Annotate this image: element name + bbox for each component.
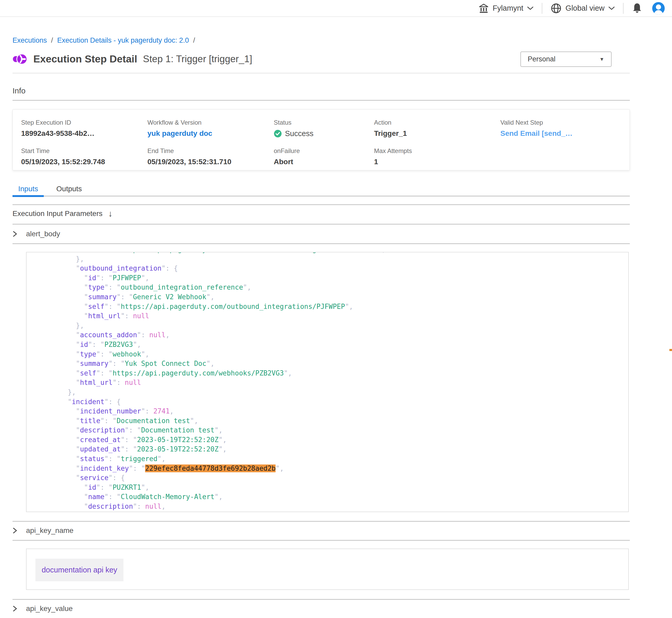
view-name: Global view xyxy=(566,4,604,12)
globe-icon xyxy=(551,3,562,14)
scope-select-value: Personal xyxy=(528,55,556,63)
section-rule xyxy=(12,224,630,225)
section-rule xyxy=(12,540,630,541)
page-subtitle: Step 1: Trigger [trigger_1] xyxy=(143,54,252,65)
breadcrumb-executions[interactable]: Executions xyxy=(12,36,47,44)
field-label: onFailure xyxy=(274,147,374,154)
success-check-icon xyxy=(274,129,282,138)
section-name: api_key_name xyxy=(26,526,73,535)
field-start-time: Start Time 05/19/2023, 15:52:29.748 xyxy=(21,147,148,166)
tab-outputs[interactable]: Outputs xyxy=(51,182,88,196)
view-selector[interactable]: Global view xyxy=(551,3,615,14)
field-end-time: End Time 05/19/2023, 15:52:31.710 xyxy=(148,147,274,166)
field-label: Action xyxy=(374,119,500,126)
status-text: Success xyxy=(285,129,314,138)
field-value: Trigger_1 xyxy=(374,129,500,138)
field-max-attempts: Max Attempts 1 xyxy=(374,147,500,166)
field-value: 05/19/2023, 15:52:29.748 xyxy=(21,158,148,166)
field-onfailure: onFailure Abort xyxy=(274,147,374,166)
chevron-down-icon xyxy=(527,6,533,10)
section-api-key-value[interactable]: api_key_value xyxy=(12,603,73,615)
field-value: 18992a43-9538-4b2… xyxy=(21,129,148,138)
tab-bar: Inputs Outputs xyxy=(12,182,630,196)
status-badge: Success xyxy=(274,129,374,138)
workflow-link[interactable]: yuk pagerduty doc xyxy=(148,129,274,138)
section-name: api_key_value xyxy=(26,605,73,613)
section-rule xyxy=(12,243,630,244)
field-label: Valid Next Step xyxy=(500,119,621,126)
section-rule xyxy=(12,599,630,600)
field-value: Abort xyxy=(274,158,374,166)
field-label: Step Execution ID xyxy=(21,119,148,126)
field-step-execution-id: Step Execution ID 18992a43-9538-4b2… xyxy=(21,119,148,138)
breadcrumb-separator: / xyxy=(193,36,195,44)
section-rule xyxy=(12,521,630,522)
field-status: Status Success xyxy=(274,119,374,138)
org-name: Fylamynt xyxy=(493,4,523,12)
params-heading: Execution Input Parameters xyxy=(12,209,103,218)
title-row: Execution Step Detail Step 1: Trigger [t… xyxy=(12,51,252,67)
page-title: Execution Step Detail xyxy=(33,54,137,65)
execution-step-detail-page: Fylamynt Global view xyxy=(0,0,672,618)
bank-icon xyxy=(479,4,489,13)
avatar-head xyxy=(656,4,661,10)
field-empty xyxy=(500,147,621,166)
api-key-name-value-box: documentation api key xyxy=(26,548,629,590)
topbar-divider xyxy=(542,3,542,14)
field-label: Status xyxy=(274,119,374,126)
scroll-highlight-marker xyxy=(669,349,672,351)
alert-body-code-viewer[interactable]: "self": "https://api.pagerduty.com/servi… xyxy=(26,252,629,512)
params-header: Execution Input Parameters ↓ xyxy=(12,208,112,220)
breadcrumb-execution-details[interactable]: Execution Details - yuk pagerduty doc: 2… xyxy=(57,36,189,44)
field-label: Max Attempts xyxy=(374,147,500,154)
tab-inputs[interactable]: Inputs xyxy=(12,182,44,196)
workflow-brand-icon xyxy=(12,51,27,67)
top-bar: Fylamynt Global view xyxy=(0,0,672,17)
scope-select[interactable]: Personal ▼ xyxy=(520,51,611,67)
breadcrumb-separator: / xyxy=(51,36,53,44)
field-label: End Time xyxy=(148,147,274,154)
chevron-right-icon xyxy=(12,230,18,237)
field-value: 1 xyxy=(374,158,500,166)
code-content: "self": "https://api.pagerduty.com/servi… xyxy=(26,252,628,512)
chevron-right-icon xyxy=(12,527,18,534)
field-label: Workflow & Version xyxy=(148,119,274,126)
field-action: Action Trigger_1 xyxy=(374,119,500,138)
section-name: alert_body xyxy=(26,230,60,238)
section-rule xyxy=(12,204,630,205)
breadcrumb: Executions / Execution Details - yuk pag… xyxy=(12,36,195,44)
section-api-key-name[interactable]: api_key_name xyxy=(12,525,73,536)
chevron-right-icon xyxy=(12,605,18,612)
user-avatar[interactable] xyxy=(652,2,665,15)
section-alert-body[interactable]: alert_body xyxy=(12,228,60,240)
info-heading: Info xyxy=(12,86,25,95)
avatar-shoulders xyxy=(654,10,663,15)
api-key-name-chip: documentation api key xyxy=(35,559,123,581)
title-divider xyxy=(12,73,630,73)
field-valid-next-step: Valid Next Step Send Email [send_… xyxy=(500,119,621,138)
chevron-down-icon xyxy=(608,6,615,10)
caret-down-icon: ▼ xyxy=(599,57,604,62)
field-label: Start Time xyxy=(21,147,148,154)
topbar-divider xyxy=(623,3,623,14)
field-value: 05/19/2023, 15:52:31.710 xyxy=(148,158,274,166)
next-step-link[interactable]: Send Email [send_… xyxy=(500,129,621,138)
notifications-bell-icon[interactable] xyxy=(632,3,642,14)
field-workflow-version: Workflow & Version yuk pagerduty doc xyxy=(148,119,274,138)
info-divider xyxy=(12,100,630,101)
org-selector[interactable]: Fylamynt xyxy=(479,4,533,13)
download-icon[interactable]: ↓ xyxy=(108,209,113,219)
info-card: Step Execution ID 18992a43-9538-4b2… Wor… xyxy=(12,109,630,171)
